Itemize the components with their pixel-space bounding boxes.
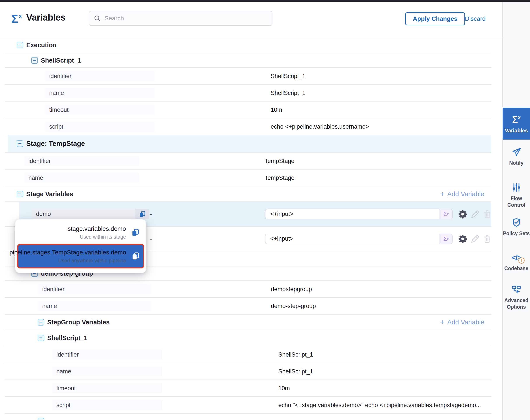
shield-check-icon (511, 217, 521, 228)
sidebar-item-advanced-options[interactable]: Advanced Options (503, 284, 530, 310)
sidebar-item-codebase[interactable]: </>!Codebase (503, 252, 530, 272)
warning-badge: ! (518, 257, 525, 264)
sidebar-item-policy-sets[interactable]: Policy Sets (503, 217, 530, 237)
apply-changes-button[interactable]: Apply Changes (405, 12, 465, 25)
sidebar-label-flow-control: Flow Control (503, 195, 530, 208)
sidebar-item-flow-control[interactable]: Flow Control (503, 182, 530, 208)
sidebar-item-variables[interactable]: ΣxVariables (503, 108, 530, 140)
sidebar-label-codebase: Codebase (504, 265, 529, 272)
tree-label-stepgroup-variables: StepGroup Variables (47, 318, 110, 326)
variable-value-input[interactable]: <+input>Σx (265, 234, 453, 244)
tree-row-shellscript-1: ShellScript_1 (5, 330, 491, 346)
field-row-identifier: identifierShellScript_1 (5, 346, 491, 363)
sidebar-label-policy-sets: Policy Sets (503, 230, 530, 237)
field-row-name: namedemo-step-group (5, 298, 491, 315)
variable-description-dash: - (150, 235, 152, 242)
expression-scope-note: Used within its stage (80, 234, 126, 240)
field-value-identifier: ShellScript_1 (271, 73, 306, 79)
collapse-icon[interactable] (38, 319, 44, 326)
settings-gear-icon[interactable] (458, 209, 468, 219)
copy-icon[interactable] (131, 228, 139, 237)
variable-value-text: <+input> (265, 211, 440, 217)
collapse-icon[interactable] (17, 191, 23, 197)
delete-trash-icon[interactable] (482, 234, 491, 244)
field-value-script: echo "<+stage.variables.demo>" echo <+pi… (278, 402, 481, 408)
expression-option-pipeline-scope[interactable]: pipeline.stages.TempStage.variables.demo… (17, 244, 144, 269)
field-label-name: name (38, 301, 151, 311)
tree-label-execution: Execution (26, 42, 57, 49)
field-row-timeout: timeout10m (5, 380, 491, 397)
edit-pencil-icon[interactable] (470, 209, 480, 219)
stage-row-stage-tempstage: Stage: TempStage (5, 135, 491, 153)
collapse-icon[interactable] (17, 140, 23, 147)
field-value-identifier: TempStage (265, 157, 294, 164)
expression-toggle-button[interactable]: Σx (440, 234, 452, 244)
tree-row-stage-variables: Stage Variables+Add Variable (5, 186, 491, 202)
copy-icon[interactable] (132, 252, 140, 260)
field-label-name: name (52, 366, 162, 376)
expression-path: pipeline.stages.TempStage.variables.demo (9, 249, 126, 256)
sigma-sup-glyph: x (447, 212, 449, 216)
sidebar-label-notify: Notify (509, 160, 523, 166)
field-row-script: scriptecho <+pipeline.variables.username… (5, 118, 491, 135)
sigma-glyph: Σ (443, 211, 447, 217)
field-value-name: ShellScript_1 (271, 90, 306, 96)
flowchart-gear-icon (511, 284, 521, 295)
sidebar-label-variables: Variables (505, 127, 528, 134)
field-label-identifier: identifier (52, 350, 162, 360)
add-variable-label: Add Variable (447, 318, 484, 326)
expression-option-stage-scope[interactable]: stage.variables.demo Used within its sta… (17, 222, 144, 243)
sigma-x-icon: Σx (11, 12, 22, 26)
add-variable-button[interactable]: +Add Variable (440, 190, 484, 198)
field-label-script: script (52, 400, 162, 410)
plus-icon: + (440, 191, 444, 197)
page-title: Variables (26, 12, 66, 23)
collapse-icon[interactable] (38, 418, 44, 420)
field-row-script: scriptecho "<+stage.variables.demo>" ech… (5, 397, 491, 414)
window-top-strip (0, 0, 530, 2)
field-value-name: TempStage (265, 174, 294, 181)
settings-gear-icon[interactable] (458, 234, 468, 244)
sigma-sup-glyph: x (447, 237, 449, 241)
variable-name-input[interactable]: demo (32, 209, 149, 219)
copy-icon[interactable] (135, 209, 149, 219)
field-label-timeout: timeout (45, 105, 155, 115)
search-input[interactable]: Search (89, 11, 272, 26)
stage-title: Stage: TempStage (26, 140, 85, 148)
field-value-timeout: 10m (278, 385, 290, 391)
edit-pencil-icon[interactable] (470, 234, 480, 244)
right-rail: ΣxVariablesNotifyFlow ControlPolicy Sets… (502, 2, 530, 420)
add-variable-label: Add Variable (447, 190, 484, 198)
field-label-name: name (25, 173, 139, 183)
field-value-timeout: 10m (271, 106, 282, 113)
collapse-icon[interactable] (31, 57, 38, 64)
search-icon (94, 15, 101, 22)
sidebar-item-notify[interactable]: Notify (503, 147, 530, 166)
expression-scope-note: Used anywhere within pipeline (58, 258, 126, 264)
collapse-icon[interactable] (17, 42, 23, 48)
delete-trash-icon[interactable] (482, 209, 491, 219)
discard-button[interactable]: Discard (465, 12, 486, 25)
field-row-identifier: identifierTempStage (5, 153, 491, 169)
sidebar-label-advanced-options: Advanced Options (503, 297, 530, 310)
field-row-name: nameShellScript_1 (5, 363, 491, 380)
field-row-identifier: identifierShellScript_1 (5, 68, 491, 85)
field-label-name: name (45, 88, 155, 98)
plus-icon: + (440, 319, 444, 326)
expression-toggle-button[interactable]: Σx (440, 209, 452, 219)
variable-value-input[interactable]: <+input>Σx (265, 209, 453, 219)
add-variable-button[interactable]: +Add Variable (440, 318, 484, 326)
field-value-script: echo <+pipeline.variables.username> (271, 123, 369, 130)
field-row-timeout: timeout10m (5, 102, 491, 118)
field-row-identifier: identifierdemostepgroup (5, 281, 491, 298)
variables-panel-header: Σx Variables Search Apply Changes Discar… (0, 2, 502, 37)
sigma-glyph: Σ (443, 235, 447, 242)
tree-row-execution: Execution (5, 37, 491, 53)
tree-label-stage-variables: Stage Variables (26, 190, 73, 197)
field-label-identifier: identifier (25, 156, 139, 166)
tree-row-shellscript-1: ShellScript_1 (5, 53, 491, 68)
expression-paths-popup: stage.variables.demo Used within its sta… (15, 219, 146, 273)
variable-name-value: demo (32, 211, 135, 217)
variable-description-dash: - (150, 211, 152, 217)
collapse-icon[interactable] (38, 335, 44, 341)
